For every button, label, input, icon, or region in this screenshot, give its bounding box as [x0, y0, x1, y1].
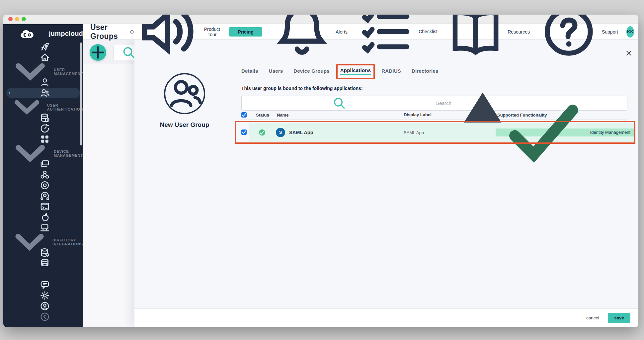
sidebar-item-software-management[interactable]: Software Management	[3, 222, 83, 233]
plus-icon	[90, 44, 106, 61]
info-icon[interactable]	[130, 29, 134, 35]
status-active-icon	[259, 129, 265, 135]
column-header-name[interactable]: Name	[277, 112, 288, 117]
sidebar-divider	[9, 275, 77, 275]
sidebar-section-user-management[interactable]: USER MANAGEMENT	[3, 66, 83, 77]
column-header-status[interactable]: Status	[256, 112, 269, 117]
resources-label: Resources	[508, 29, 530, 35]
window-minimize-button[interactable]	[15, 17, 19, 21]
page-title: User Groups	[90, 23, 124, 41]
sidebar-item-user-groups[interactable]: User Groups	[6, 88, 80, 98]
tab-applications[interactable]: Applications	[340, 68, 371, 75]
gear-icon	[13, 290, 76, 301]
checklist-icon	[356, 15, 416, 62]
rocket-icon	[13, 42, 76, 52]
sidebar-item-mdm[interactable]: MDM	[3, 212, 83, 222]
check-icon	[259, 129, 265, 135]
sidebar-item-account[interactable]: Account	[3, 301, 83, 311]
group-name-label: New User Group	[134, 121, 235, 128]
group-avatar-circle	[164, 73, 205, 114]
account-icon	[13, 301, 76, 311]
sidebar-item-device-groups[interactable]: Device Groups	[3, 169, 83, 180]
display-label-text: Display Label	[404, 112, 432, 117]
sidebar-item-users[interactable]: Users	[3, 77, 83, 88]
sidebar-item-cloud-directories[interactable]: Cloud Directories	[3, 258, 83, 269]
home-icon	[13, 52, 76, 63]
jumpcloud-logo: jumpcloud	[3, 24, 83, 42]
tab-device-groups[interactable]: Device Groups	[293, 68, 329, 75]
tab-radius[interactable]: RADIUS	[381, 68, 401, 75]
sidebar-item-policy-groups[interactable]: Policy Groups	[3, 191, 83, 201]
sidebar-item-live-chat[interactable]: Live Chat1days left	[3, 280, 83, 290]
user-icon	[13, 77, 76, 88]
database-gear-icon	[13, 247, 76, 258]
sidebar-item-policy-management[interactable]: Policy ManagementNEW	[3, 180, 83, 191]
jumpcloud-logo-text: jumpcloud	[49, 30, 83, 38]
page-header: User Groups Product Tour Pricing Alerts …	[83, 24, 638, 40]
sidebar-item-collapse-menu[interactable]: Collapse Menu	[3, 311, 83, 322]
chat-icon	[13, 280, 76, 290]
sidebar-section-device-management[interactable]: DEVICE MANAGEMENT	[3, 148, 83, 159]
sidebar-item-active-directory[interactable]: Active Directory	[3, 247, 83, 258]
user-avatar[interactable]: KK	[626, 26, 634, 38]
policy-group-icon	[13, 191, 76, 201]
collapse-icon	[13, 311, 76, 322]
user-group-icon	[165, 74, 204, 113]
header-actions: Product Tour Pricing Alerts Checklist Re…	[134, 15, 634, 65]
tab-details[interactable]: Details	[241, 68, 258, 75]
window-close-button[interactable]	[8, 17, 13, 21]
app-name: SAML App	[289, 130, 313, 135]
check-icon	[499, 88, 588, 177]
pricing-button[interactable]: Pricing	[229, 27, 262, 37]
functionality-badge: Identity Management	[496, 128, 634, 136]
app-window: jumpcloud DiscoverGET STARTEDHomeUSER MA…	[3, 15, 638, 327]
bound-applications-text: This user group is bound to the followin…	[241, 86, 363, 91]
alerts-label: Alerts	[336, 29, 348, 35]
sidebar-scrollbar[interactable]	[80, 42, 82, 145]
user-group-icon	[13, 88, 76, 98]
alerts-button[interactable]: Alerts	[271, 15, 348, 63]
devices-icon	[13, 159, 76, 169]
sidebar-item-discover[interactable]: DiscoverGET STARTED	[3, 42, 83, 52]
sidebar-section-label: DIRECTORY INTEGRATIONS	[52, 238, 83, 246]
sidebar-section-label: USER MANAGEMENT	[54, 68, 83, 76]
grid-icon	[13, 134, 76, 144]
drawer-footer: cancel save	[134, 308, 638, 327]
functionality-label: Identity Management	[590, 130, 630, 135]
sidebar-item-ldap[interactable]: LDAP	[3, 113, 83, 123]
sidebar-section-user-authentication[interactable]: USER AUTHENTICATION	[3, 102, 83, 113]
sidebar-item-sso[interactable]: SSO	[3, 134, 83, 144]
support-button[interactable]: Support	[538, 15, 618, 62]
select-all-checkbox[interactable]	[241, 112, 247, 118]
product-tour-button[interactable]: Product Tour	[134, 15, 221, 65]
sidebar-item-commands[interactable]: Commands	[3, 201, 83, 212]
sidebar-item-devices[interactable]: Devices	[3, 159, 83, 169]
cancel-button[interactable]: cancel	[586, 315, 599, 320]
device-group-icon	[13, 169, 76, 180]
tab-users[interactable]: Users	[269, 68, 283, 75]
table-row-saml-app[interactable]: S SAML App SAML App Identity Management	[249, 123, 634, 142]
user-group-drawer: New User Group DetailsUsersDevice Groups…	[134, 40, 638, 327]
sidebar-section-label: DEVICE MANAGEMENT	[54, 149, 83, 157]
save-button[interactable]: save	[608, 313, 630, 323]
sidebar-item-radius[interactable]: RADIUS	[3, 123, 83, 134]
sidebar-section-directory-integrations[interactable]: DIRECTORY INTEGRATIONS	[3, 237, 83, 247]
resources-button[interactable]: Resources	[446, 15, 530, 61]
checklist-button[interactable]: Checklist	[356, 15, 438, 62]
bell-icon	[271, 15, 333, 63]
app-display-label: SAML App	[404, 130, 424, 135]
app-frame: jumpcloud DiscoverGET STARTEDHomeUSER MA…	[3, 24, 638, 327]
target-icon	[13, 180, 76, 191]
sidebar: jumpcloud DiscoverGET STARTEDHomeUSER MA…	[3, 24, 83, 327]
sidebar-item-settings[interactable]: Settings	[3, 290, 83, 301]
add-user-group-button[interactable]	[90, 44, 106, 61]
user-groups-list-pane	[83, 40, 134, 327]
jumpcloud-logo-icon	[9, 29, 46, 38]
question-icon	[538, 15, 600, 62]
window-zoom-button[interactable]	[22, 17, 26, 21]
sidebar-item-home[interactable]: Home	[3, 52, 83, 63]
terminal-icon	[13, 201, 76, 212]
sidebar-nav: DiscoverGET STARTEDHomeUSER MANAGEMENTUs…	[3, 42, 83, 322]
row-checkbox[interactable]	[241, 129, 247, 135]
apple-icon	[13, 212, 76, 222]
